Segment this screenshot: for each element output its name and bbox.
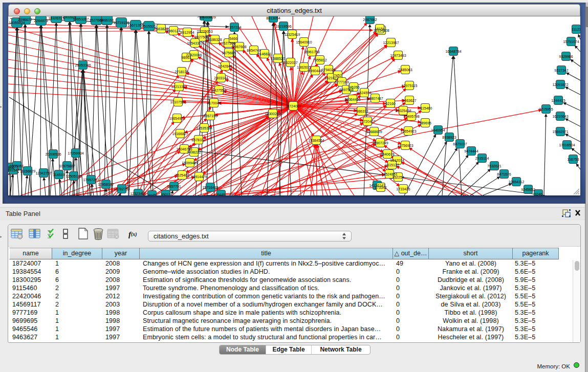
svg-text:3267150: 3267150: [203, 114, 217, 118]
svg-text:19384554: 19384554: [308, 139, 324, 142]
svg-text:8186328: 8186328: [208, 38, 222, 41]
svg-text:15720407: 15720407: [359, 120, 375, 123]
svg-text:6448: 6448: [217, 193, 225, 195]
svg-text:1244415: 1244415: [551, 99, 565, 102]
svg-text:17359934: 17359934: [68, 151, 83, 155]
svg-text:10975887: 10975887: [59, 164, 75, 168]
svg-text:1624554: 1624554: [357, 91, 371, 95]
svg-text:12323466: 12323466: [130, 192, 146, 195]
svg-text:9146821: 9146821: [257, 52, 271, 56]
svg-text:7625402: 7625402: [175, 173, 189, 177]
svg-text:116753: 116753: [568, 158, 579, 161]
svg-text:9227342: 9227342: [554, 69, 568, 72]
svg-text:11325419: 11325419: [285, 33, 300, 36]
svg-text:3215955: 3215955: [539, 107, 553, 111]
svg-text:16154: 16154: [375, 27, 385, 31]
svg-text:10107553: 10107553: [170, 100, 186, 104]
svg-text:1362615: 1362615: [297, 65, 311, 69]
svg-text:16782759: 16782759: [114, 187, 129, 191]
svg-text:19654923: 19654923: [400, 129, 416, 133]
svg-text:12505135: 12505135: [66, 174, 81, 178]
svg-text:2803144: 2803144: [214, 76, 228, 80]
svg-text:12213967: 12213967: [383, 41, 399, 45]
svg-text:95013: 95013: [161, 193, 171, 195]
svg-text:16671355: 16671355: [127, 24, 143, 27]
svg-text:9794028: 9794028: [321, 68, 335, 72]
svg-text:19756923: 19756923: [397, 144, 413, 147]
svg-text:16914479: 16914479: [191, 175, 207, 179]
svg-text:7357224: 7357224: [227, 26, 241, 29]
svg-text:29053346: 29053346: [75, 63, 91, 67]
svg-text:20206536: 20206536: [45, 152, 61, 156]
svg-text:9329966: 9329966: [559, 55, 573, 58]
svg-text:9840678: 9840678: [380, 152, 394, 156]
svg-text:5466: 5466: [229, 37, 237, 40]
svg-text:9445: 9445: [148, 193, 156, 195]
svg-text:2096672: 2096672: [18, 18, 32, 21]
svg-text:9827506: 9827506: [194, 35, 208, 39]
svg-text:12342757: 12342757: [35, 171, 51, 175]
svg-text:19654933: 19654933: [169, 117, 185, 120]
svg-text:2718176: 2718176: [175, 70, 188, 74]
svg-text:114519: 114519: [53, 173, 65, 177]
svg-text:13535394: 13535394: [196, 126, 212, 130]
svg-text:8938923: 8938923: [442, 136, 456, 139]
svg-text:6879197: 6879197: [453, 142, 467, 146]
svg-text:7452: 7452: [334, 74, 342, 77]
svg-text:16210643: 16210643: [552, 115, 568, 118]
svg-text:7632621: 7632621: [487, 164, 501, 168]
svg-text:15495798: 15495798: [403, 115, 419, 118]
svg-text:9457791: 9457791: [167, 185, 181, 188]
svg-text:4170046: 4170046: [207, 101, 221, 105]
svg-text:15751074: 15751074: [563, 40, 579, 43]
svg-text:18300295: 18300295: [265, 112, 280, 116]
svg-text:9463627: 9463627: [402, 99, 416, 102]
svg-text:17957253: 17957253: [83, 178, 99, 182]
svg-text:8990448: 8990448: [308, 69, 322, 73]
svg-text:16543362: 16543362: [187, 41, 203, 45]
svg-text:10025438: 10025438: [395, 109, 411, 113]
svg-text:23226053: 23226053: [197, 30, 212, 33]
svg-text:18724007: 18724007: [285, 104, 301, 108]
svg-text:98961: 98961: [181, 56, 191, 59]
svg-text:10958107: 10958107: [98, 183, 114, 186]
svg-text:1733426: 1733426: [396, 187, 410, 191]
svg-text:15716485: 15716485: [202, 186, 218, 189]
svg-text:12093872: 12093872: [552, 83, 568, 86]
svg-text:9246: 9246: [534, 192, 542, 195]
svg-text:746266: 746266: [347, 85, 359, 89]
svg-text:8912954: 8912954: [180, 31, 194, 34]
svg-text:2087682: 2087682: [363, 18, 377, 21]
svg-text:10973493: 10973493: [390, 54, 406, 57]
svg-text:8427552: 8427552: [212, 89, 226, 92]
svg-text:2967608: 2967608: [232, 45, 246, 49]
svg-text:19166827: 19166827: [172, 132, 188, 136]
svg-text:16648784: 16648784: [445, 50, 461, 53]
svg-text:15692971: 15692971: [552, 130, 568, 134]
svg-text:15640910: 15640910: [296, 40, 312, 44]
svg-text:10807487: 10807487: [367, 97, 383, 100]
svg-text:10654112: 10654112: [509, 180, 525, 184]
svg-text:20364436: 20364436: [344, 98, 360, 101]
svg-text:8578332: 8578332: [191, 138, 205, 142]
svg-text:15099489: 15099489: [182, 161, 198, 165]
svg-text:1588520: 1588520: [271, 57, 285, 60]
svg-text:9777169: 9777169: [335, 80, 349, 84]
svg-text:989695: 989695: [419, 121, 431, 125]
svg-text:2264973: 2264973: [34, 19, 48, 23]
svg-text:1615132: 1615132: [385, 163, 399, 167]
svg-text:9960124: 9960124: [166, 29, 180, 33]
svg-text:12975115: 12975115: [402, 84, 418, 87]
svg-text:(x): (x): [131, 231, 137, 237]
svg-text:252254: 252254: [392, 176, 404, 179]
svg-text:3675685: 3675685: [222, 51, 235, 55]
svg-text:11123: 11123: [572, 28, 580, 31]
svg-text:10719155: 10719155: [113, 21, 129, 25]
svg-text:8471676: 8471676: [497, 172, 511, 176]
svg-text:173342: 173342: [375, 186, 386, 189]
svg-text:12213363: 12213363: [171, 85, 187, 89]
svg-text:9245652: 9245652: [521, 188, 535, 191]
svg-text:7485063: 7485063: [398, 68, 412, 72]
svg-text:10653267: 10653267: [73, 17, 89, 21]
svg-text:18907249: 18907249: [372, 141, 388, 145]
